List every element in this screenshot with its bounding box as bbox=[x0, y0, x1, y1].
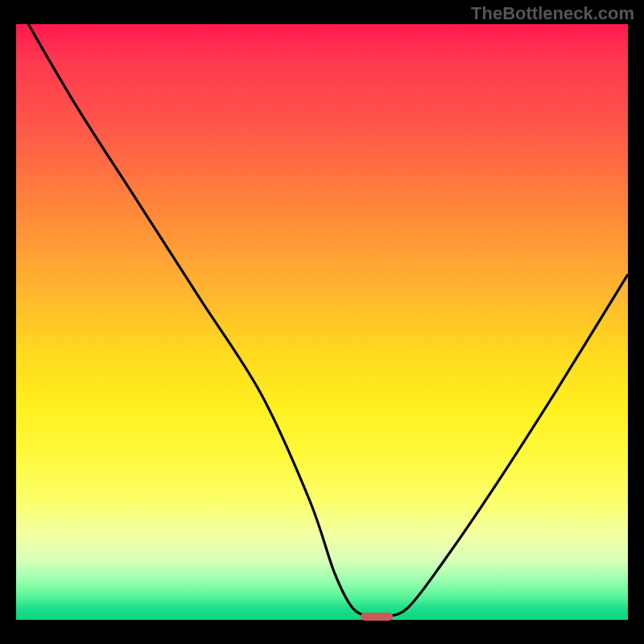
bottleneck-curve-path bbox=[28, 24, 628, 618]
watermark-text: TheBottleneck.com bbox=[471, 3, 634, 24]
curve-svg bbox=[16, 24, 628, 620]
plot-area bbox=[16, 24, 628, 620]
optimum-marker bbox=[361, 613, 393, 621]
